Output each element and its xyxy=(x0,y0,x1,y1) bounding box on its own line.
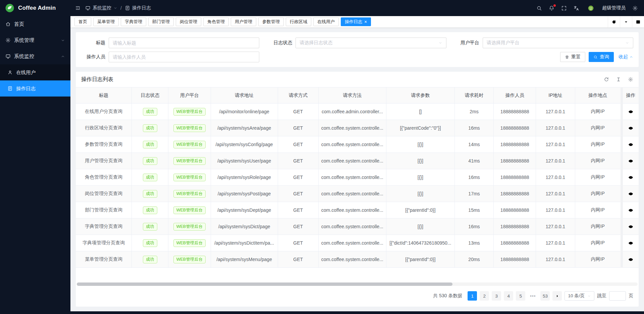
cell-ip: 127.0.0.1 xyxy=(536,251,575,268)
settings-gear-icon[interactable] xyxy=(632,5,638,11)
avatar[interactable] xyxy=(586,3,595,13)
tab-item-3[interactable]: 部门管理 xyxy=(148,17,174,26)
table-row: 字典管理分页查询成功WEB管理后台/api/system/sysDict/pag… xyxy=(76,218,639,235)
sidebar-item-monitor[interactable]: 系统监控 xyxy=(0,48,70,64)
cell-platform: WEB管理后台 xyxy=(168,235,211,251)
app-title: Coffee Admin xyxy=(18,5,56,11)
tab-item-1[interactable]: 菜单管理 xyxy=(93,17,119,26)
refresh-page-icon[interactable] xyxy=(608,16,620,27)
view-detail-eye-icon[interactable] xyxy=(628,207,634,213)
horizontal-scrollbar-thumb[interactable] xyxy=(77,282,452,286)
collapse-filter-link[interactable]: 收起 xyxy=(619,54,633,60)
jump-page-input[interactable] xyxy=(609,291,626,301)
cell-duration: 15ms xyxy=(454,202,493,218)
cell-ip: 127.0.0.1 xyxy=(536,104,575,120)
tab-close-icon[interactable]: × xyxy=(364,19,367,24)
tab-item-6[interactable]: 用户管理 xyxy=(231,17,256,26)
cell-location: 内网IP xyxy=(575,153,622,169)
sidebar-item-log[interactable]: 操作日志 xyxy=(0,80,70,97)
operator-filter-input[interactable] xyxy=(109,52,259,62)
fullscreen-icon[interactable] xyxy=(561,5,567,11)
view-detail-eye-icon[interactable] xyxy=(628,175,634,180)
view-detail-eye-icon[interactable] xyxy=(628,224,634,230)
search-button[interactable]: 查询 xyxy=(589,52,614,62)
tabs-menu-chevron-icon[interactable] xyxy=(620,16,632,27)
page-button-2[interactable]: 2 xyxy=(480,291,489,301)
sidebar-item-user[interactable]: 在线用户 xyxy=(0,64,70,80)
tab-item-2[interactable]: 字典管理 xyxy=(121,17,146,26)
sidebar-item-home[interactable]: 首页 xyxy=(0,16,70,32)
tab-item-0[interactable]: 首页 xyxy=(74,17,91,26)
tab-item-4[interactable]: 岗位管理 xyxy=(176,17,201,26)
cell-ip: 127.0.0.1 xyxy=(536,136,575,153)
tab-label: 首页 xyxy=(78,19,87,25)
cell-request-url: /api/system/sysDept/page xyxy=(211,202,278,218)
page-size-select[interactable]: 10 条/页 xyxy=(565,291,594,301)
cell-handler: com.coffee.system.controlle... xyxy=(318,169,386,186)
chevron-down-icon xyxy=(587,294,591,298)
translate-icon[interactable] xyxy=(574,5,579,11)
title-filter-input[interactable] xyxy=(109,38,259,48)
notification-bell-icon[interactable] xyxy=(549,5,554,11)
tab-item-active[interactable]: 操作日志× xyxy=(341,17,371,26)
cell-params: [{}] xyxy=(386,186,454,202)
menu-collapse-icon[interactable] xyxy=(75,5,80,11)
page-button-1[interactable]: 1 xyxy=(468,291,477,301)
tab-item-8[interactable]: 行政区域 xyxy=(286,17,311,26)
sidebar-item-label: 在线用户 xyxy=(16,69,65,76)
view-detail-eye-icon[interactable] xyxy=(628,191,634,197)
cell-handler: com.coffee.system.controlle... xyxy=(318,120,386,136)
reset-button[interactable]: 重置 xyxy=(560,52,585,62)
reset-button-label: 重置 xyxy=(571,54,581,60)
page-button-4[interactable]: 4 xyxy=(504,291,513,301)
sidebar-item-gear[interactable]: 系统管理 xyxy=(0,32,70,48)
status-filter-select[interactable]: 请选择日志状态 xyxy=(296,38,446,48)
search-icon[interactable] xyxy=(536,5,542,11)
tab-bar: 首页菜单管理字典管理部门管理岗位管理角色管理用户管理参数管理行政区域在线用户操作… xyxy=(70,16,644,27)
column-header: 请求方法 xyxy=(318,87,386,104)
view-detail-eye-icon[interactable] xyxy=(628,158,634,164)
cell-duration: 14ms xyxy=(454,136,493,153)
page-button-5[interactable]: 5 xyxy=(516,291,525,301)
cell-params: [{}] xyxy=(386,153,454,169)
horizontal-scrollbar[interactable] xyxy=(77,282,638,286)
filter-actions: 重置 查询 收起 xyxy=(268,52,633,62)
tab-item-9[interactable]: 在线用户 xyxy=(313,17,339,26)
row-height-icon[interactable] xyxy=(616,77,621,82)
cell-action xyxy=(622,218,639,235)
view-detail-eye-icon[interactable] xyxy=(628,125,634,131)
next-page-button[interactable] xyxy=(552,291,562,301)
cell-ip: 127.0.0.1 xyxy=(536,120,575,136)
page-button-3[interactable]: 3 xyxy=(492,291,501,301)
status-badge: 成功 xyxy=(143,141,157,148)
cell-platform: WEB管理后台 xyxy=(168,153,211,169)
view-detail-eye-icon[interactable] xyxy=(628,257,634,262)
refresh-table-icon[interactable] xyxy=(604,77,609,82)
view-detail-eye-icon[interactable] xyxy=(628,109,634,115)
title-filter-field: 标题 xyxy=(81,38,259,48)
cell-params: [{"dictId":140647326180950... xyxy=(386,235,454,251)
username[interactable]: 超级管理员 xyxy=(602,5,626,11)
cell-platform: WEB管理后台 xyxy=(168,120,211,136)
notification-dot xyxy=(553,4,556,7)
app-logo[interactable]: Coffee Admin xyxy=(0,0,70,16)
status-filter-placeholder: 请选择日志状态 xyxy=(300,40,332,46)
platform-filter-select[interactable]: 请选择用户平台 xyxy=(483,38,633,48)
app-logo-icon xyxy=(5,3,15,13)
cell-platform: WEB管理后台 xyxy=(168,218,211,235)
view-detail-eye-icon[interactable] xyxy=(628,142,634,147)
column-settings-gear-icon[interactable] xyxy=(628,77,633,82)
sidebar: Coffee Admin 首页系统管理系统监控在线用户操作日志 xyxy=(0,0,70,314)
tab-item-7[interactable]: 参数管理 xyxy=(258,17,284,26)
cell-operator: 18888888888 xyxy=(494,104,536,120)
cell-status: 成功 xyxy=(132,104,168,120)
cell-request-url: /api/system/sysMenu/page xyxy=(211,251,278,268)
layout-toggle-icon[interactable] xyxy=(632,16,644,27)
cell-status: 成功 xyxy=(132,153,168,169)
tab-item-5[interactable]: 角色管理 xyxy=(203,17,229,26)
cell-status: 成功 xyxy=(132,169,168,186)
view-detail-eye-icon[interactable] xyxy=(628,240,634,246)
table-body: 在线用户分页查询成功WEB管理后台/api/monitor/online/pag… xyxy=(76,104,639,268)
page-button-53[interactable]: 53 xyxy=(540,291,550,301)
breadcrumb-item-parent[interactable]: 系统监控 xyxy=(93,5,111,11)
